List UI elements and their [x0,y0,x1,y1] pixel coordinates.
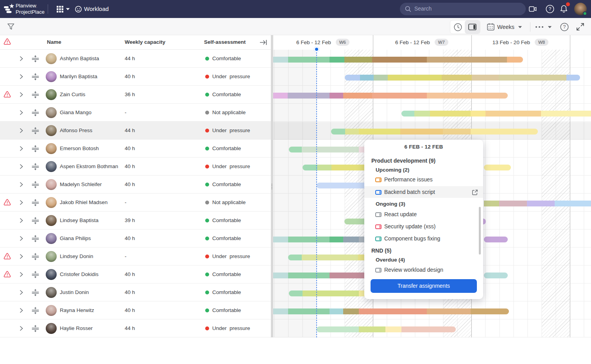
svg-text:?: ? [549,6,552,12]
svg-text:?: ? [563,24,566,30]
